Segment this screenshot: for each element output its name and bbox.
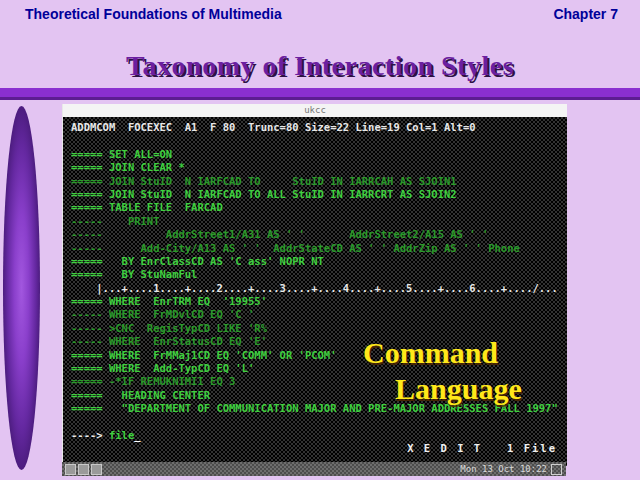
terminal-line: ===== SET ALL=ON (63, 148, 567, 161)
caption-command-language: Command Language (363, 335, 563, 407)
terminal-line: ----- Add-City/A13 AS ' ' AddrStateCD AS… (63, 242, 567, 255)
editor-status-line: X E D I T 1 File (63, 442, 567, 455)
text-cursor: _ (134, 429, 140, 441)
terminal-titlebar[interactable]: ukcc (63, 104, 567, 117)
command-prompt-line[interactable]: ----> file_ (63, 429, 567, 442)
terminal-line (63, 134, 567, 147)
terminal-line: ===== TABLE FILE FARCAD (63, 201, 567, 214)
taskbar-clock-area: Mon 13 Oct 10:22 (460, 464, 562, 475)
terminal-line: ----- AddrStreet1/A31 AS ' ' AddrStreet2… (63, 228, 567, 241)
terminal-line: ===== BY EnrClassCD AS 'C ass' NOPR NT (63, 255, 567, 268)
window-icon[interactable] (91, 464, 102, 475)
decorative-spindle-graphic (3, 106, 40, 470)
accent-divider-bar (0, 88, 640, 100)
terminal-screen[interactable]: ADDMCOM FOCEXEC A1 F 80 Trunc=80 Size=22… (63, 117, 567, 466)
terminal-window: ukcc ADDMCOM FOCEXEC A1 F 80 Trunc=80 Si… (62, 104, 567, 462)
taskbar: Mon 13 Oct 10:22 (62, 462, 566, 476)
terminal-line (63, 416, 567, 429)
caption-line-1: Command (363, 335, 563, 371)
slide-header-title: Theoretical Foundations of Multimedia (25, 6, 282, 22)
terminal-line: ----- PRINT (63, 215, 567, 228)
tray-box-icon[interactable] (551, 464, 562, 475)
page-title: Taxonomy of Interaction Styles (0, 50, 640, 82)
terminal-line: ===== JOIN StuID N IARFCAD TO StuID IN I… (63, 175, 567, 188)
terminal-line: ----- >CNC RegisTypCD LIKE 'R% (63, 322, 567, 335)
slide: { "slide": { "header_left": "Theoretical… (0, 0, 640, 480)
terminal-line: ----- WHERE FrMDvlCD EQ 'C ' (63, 308, 567, 321)
terminal-line: ===== BY StuNamFul (63, 268, 567, 281)
terminal-line: ===== JOIN CLEAR * (63, 161, 567, 174)
terminal-line: ===== JOIN StuID N IARFCAD TO ALL StuID … (63, 188, 567, 201)
window-icon[interactable] (65, 464, 76, 475)
clock-text: Mon 13 Oct 10:22 (460, 464, 547, 474)
window-icon[interactable] (78, 464, 89, 475)
taskbar-window-icons (65, 464, 102, 475)
caption-line-2: Language (395, 371, 563, 407)
terminal-line: ===== WHERE EnrTRM EQ '19955' (63, 295, 567, 308)
terminal-line: |...+....1....+....2....+....3....+....4… (63, 282, 567, 295)
command-input-text: file (103, 429, 135, 441)
prompt-arrow: ----> (71, 429, 103, 441)
terminal-line: ADDMCOM FOCEXEC A1 F 80 Trunc=80 Size=22… (63, 121, 567, 134)
slide-header-chapter: Chapter 7 (553, 6, 618, 22)
